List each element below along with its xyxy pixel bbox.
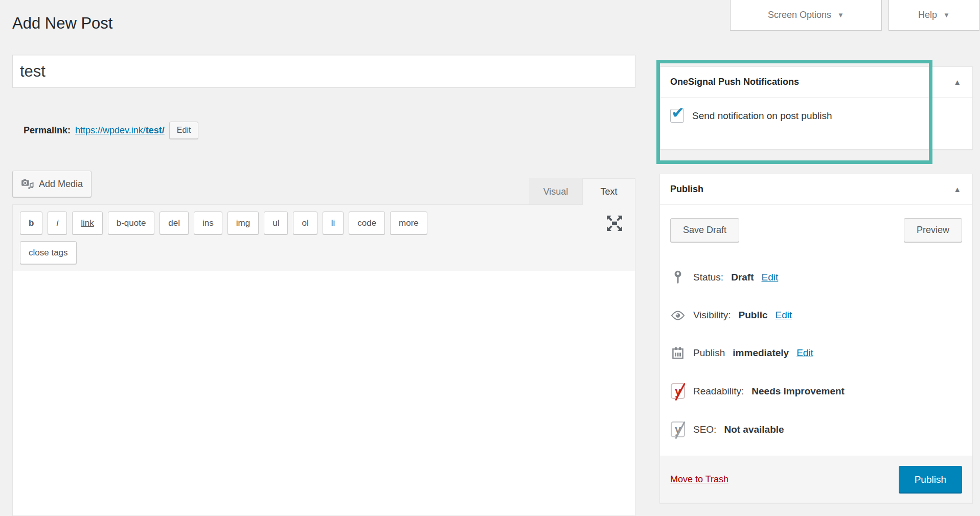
calendar-icon: [670, 346, 686, 360]
help-label: Help: [918, 10, 937, 20]
collapse-icon[interactable]: ▲: [952, 78, 962, 86]
status-label: Status:: [693, 270, 723, 285]
schedule-edit-link[interactable]: Edit: [796, 345, 813, 361]
collapse-icon[interactable]: ▲: [952, 185, 962, 194]
send-notification-checkbox[interactable]: ✔: [670, 109, 684, 123]
onesignal-metabox: OneSignal Push Notifications ▲ ✔ Send no…: [659, 66, 973, 150]
quicktags-toolbar: b i link b-quote del ins img ul ol li co…: [13, 205, 635, 271]
tab-visual[interactable]: Visual: [529, 178, 582, 205]
checkbox-check-icon: ✔: [671, 105, 685, 121]
qt-button-more[interactable]: more: [390, 212, 427, 234]
schedule-row: Publish immediately Edit: [670, 345, 962, 361]
save-draft-button[interactable]: Save Draft: [670, 218, 739, 242]
permalink-link[interactable]: https://wpdev.ink/test/: [75, 125, 165, 136]
post-content-textarea[interactable]: [13, 271, 635, 515]
eye-icon: [670, 311, 686, 320]
qt-button-ol[interactable]: ol: [293, 212, 317, 234]
tab-text[interactable]: Text: [582, 178, 635, 205]
qt-button-italic[interactable]: i: [48, 212, 67, 234]
publish-metabox: Publish ▲ Save Draft Preview Status: Dra…: [659, 174, 973, 503]
fullscreen-button[interactable]: [604, 213, 625, 233]
qt-button-ul[interactable]: ul: [264, 212, 288, 234]
permalink-suffix: /: [162, 125, 165, 135]
onesignal-title: OneSignal Push Notifications: [670, 77, 799, 87]
screen-options-tab[interactable]: Screen Options ▼: [730, 0, 882, 31]
readability-value: Needs improvement: [751, 384, 845, 399]
preview-button[interactable]: Preview: [904, 218, 962, 242]
move-to-trash-link[interactable]: Move to Trash: [670, 474, 728, 485]
qt-button-ins[interactable]: ins: [194, 212, 222, 234]
permalink-label: Permalink:: [24, 125, 71, 136]
readability-label: Readability:: [693, 384, 744, 399]
visibility-edit-link[interactable]: Edit: [776, 308, 792, 323]
qt-button-code[interactable]: code: [349, 212, 385, 234]
permalink: Permalink: https://wpdev.ink/test/ Edit: [24, 122, 198, 139]
add-media-label: Add Media: [39, 179, 83, 190]
yoast-seo-icon: y: [670, 421, 686, 437]
schedule-label: Publish: [693, 345, 725, 361]
publish-box-title: Publish: [670, 184, 703, 195]
chevron-down-icon: ▼: [837, 11, 844, 19]
permalink-url-prefix: https://wpdev.ink/: [75, 125, 146, 135]
visibility-row: Visibility: Public Edit: [670, 308, 962, 323]
status-edit-link[interactable]: Edit: [762, 270, 779, 285]
schedule-value: immediately: [733, 345, 789, 361]
status-row: Status: Draft Edit: [670, 270, 962, 285]
fullscreen-expand-icon: [604, 227, 625, 235]
qt-button-bold[interactable]: b: [20, 212, 42, 234]
add-media-button[interactable]: Add Media: [12, 171, 92, 197]
status-value: Draft: [731, 270, 754, 285]
qt-button-img[interactable]: img: [227, 212, 259, 234]
post-title-input[interactable]: [12, 55, 635, 88]
chevron-down-icon: ▼: [943, 11, 950, 19]
publish-button[interactable]: Publish: [899, 466, 962, 494]
visibility-value: Public: [739, 308, 768, 323]
seo-row: y SEO: Not available: [670, 421, 962, 437]
yoast-readability-icon: y: [670, 383, 686, 399]
permalink-edit-button[interactable]: Edit: [169, 122, 199, 139]
visibility-label: Visibility:: [693, 308, 731, 323]
page-title: Add New Post: [12, 14, 112, 33]
media-icon: [21, 178, 34, 190]
key-icon: [670, 270, 686, 285]
seo-label: SEO:: [693, 422, 716, 437]
readability-row: y Readability: Needs improvement: [670, 383, 962, 399]
qt-button-close-tags[interactable]: close tags: [20, 241, 77, 264]
send-notification-label: Send notification on post publish: [692, 110, 832, 122]
screen-options-label: Screen Options: [768, 10, 831, 20]
text-editor: b i link b-quote del ins img ul ol li co…: [12, 204, 635, 516]
help-tab[interactable]: Help ▼: [888, 0, 979, 31]
seo-value: Not available: [724, 422, 784, 437]
permalink-slug: test: [146, 125, 162, 135]
qt-button-li[interactable]: li: [323, 212, 344, 234]
qt-button-link[interactable]: link: [72, 212, 103, 234]
qt-button-del[interactable]: del: [159, 212, 189, 234]
qt-button-bquote[interactable]: b-quote: [108, 212, 155, 234]
